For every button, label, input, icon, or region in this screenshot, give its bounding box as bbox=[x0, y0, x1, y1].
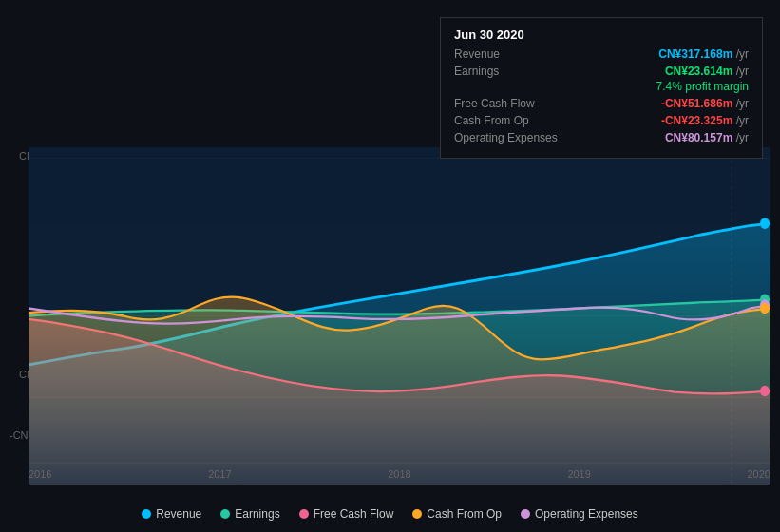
legend-label-cashop: Cash From Op bbox=[427, 507, 502, 521]
chart-container: Jun 30 2020 Revenue CN¥317.168m /yr Earn… bbox=[0, 0, 780, 532]
tooltip-opex-row: Operating Expenses CN¥80.157m /yr bbox=[454, 131, 749, 144]
tooltip-revenue-row: Revenue CN¥317.168m /yr bbox=[454, 48, 749, 61]
revenue-label: Revenue bbox=[454, 48, 568, 61]
x-axis-labels: 2016 2017 2018 2019 2020 bbox=[29, 468, 770, 480]
svg-point-7 bbox=[760, 218, 770, 228]
earnings-label: Earnings bbox=[454, 65, 568, 78]
legend-item-cashop[interactable]: Cash From Op bbox=[412, 507, 502, 521]
x-label-2017: 2017 bbox=[208, 468, 231, 480]
legend-dot-fcf bbox=[299, 509, 309, 519]
revenue-value: CN¥317.168m /yr bbox=[658, 48, 749, 61]
svg-rect-6 bbox=[29, 147, 770, 223]
legend-dot-opex bbox=[521, 509, 530, 519]
legend: Revenue Earnings Free Cash Flow Cash Fro… bbox=[0, 507, 780, 521]
tooltip-box: Jun 30 2020 Revenue CN¥317.168m /yr Earn… bbox=[440, 17, 763, 159]
tooltip-cashop-row: Cash From Op -CN¥23.325m /yr bbox=[454, 114, 749, 127]
legend-label-revenue: Revenue bbox=[156, 507, 201, 521]
earnings-value: CN¥23.614m /yr bbox=[665, 65, 749, 78]
chart-area bbox=[29, 147, 770, 484]
operating-expenses-label: Operating Expenses bbox=[454, 131, 568, 144]
tooltip-date: Jun 30 2020 bbox=[454, 28, 749, 42]
legend-dot-revenue bbox=[142, 509, 151, 519]
x-label-2020: 2020 bbox=[748, 468, 770, 480]
legend-item-earnings[interactable]: Earnings bbox=[220, 507, 279, 521]
cash-from-op-value: -CN¥23.325m /yr bbox=[661, 114, 749, 127]
chart-svg bbox=[29, 147, 770, 484]
legend-label-fcf: Free Cash Flow bbox=[314, 507, 394, 521]
legend-item-fcf[interactable]: Free Cash Flow bbox=[299, 507, 394, 521]
free-cash-flow-label: Free Cash Flow bbox=[454, 97, 568, 110]
svg-point-11 bbox=[760, 386, 770, 396]
legend-label-earnings: Earnings bbox=[235, 507, 279, 521]
operating-expenses-value: CN¥80.157m /yr bbox=[665, 131, 749, 144]
x-label-2016: 2016 bbox=[29, 468, 51, 480]
profit-margin: 7.4% profit margin bbox=[454, 80, 749, 93]
legend-dot-earnings bbox=[220, 509, 230, 519]
svg-point-10 bbox=[760, 303, 770, 314]
tooltip-earnings-row: Earnings CN¥23.614m /yr bbox=[454, 65, 749, 78]
legend-label-opex: Operating Expenses bbox=[535, 507, 638, 521]
legend-dot-cashop bbox=[412, 509, 422, 519]
cash-from-op-label: Cash From Op bbox=[454, 114, 568, 127]
x-label-2018: 2018 bbox=[388, 468, 410, 480]
x-label-2019: 2019 bbox=[567, 468, 590, 480]
legend-item-revenue[interactable]: Revenue bbox=[142, 507, 201, 521]
free-cash-flow-value: -CN¥51.686m /yr bbox=[661, 97, 749, 110]
legend-item-opex[interactable]: Operating Expenses bbox=[521, 507, 638, 521]
tooltip-fcf-row: Free Cash Flow -CN¥51.686m /yr bbox=[454, 97, 749, 110]
